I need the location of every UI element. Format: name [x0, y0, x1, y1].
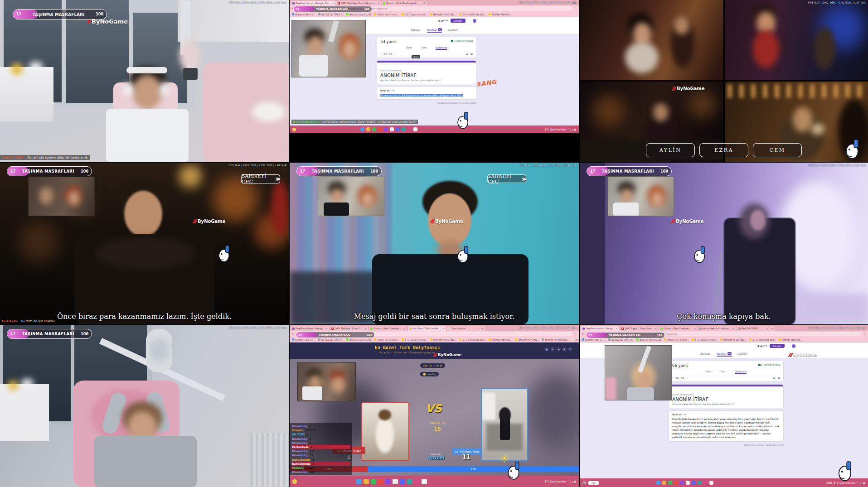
tab-close-icon[interactable]: × — [482, 327, 484, 330]
browser-tab[interactable]: Başlıksız form - Google Formlar × — [291, 326, 329, 331]
bookmark-item[interactable]: 2+1 ASMOLEN NET... — [749, 338, 776, 341]
bookmark-item[interactable]: Keşfim Krala 1+... — [582, 338, 606, 341]
delete-icon[interactable]: ▦ — [778, 376, 780, 379]
new-tab-button[interactable]: ＋ — [475, 326, 479, 331]
taskbar-app-icon[interactable] — [686, 481, 690, 485]
browser-tab[interactable]: RALON DAİRE... × — [737, 326, 775, 331]
tab-close-icon[interactable]: × — [694, 327, 696, 330]
choice-button[interactable]: CEM — [753, 143, 802, 157]
prev-response-icon[interactable]: ‹ — [672, 376, 673, 379]
taskbar-app-icon[interactable] — [371, 479, 376, 484]
next-response-icon[interactable]: › — [687, 376, 688, 379]
bookmark-item[interactable]: BAY kıy oluyor|LIVE — [636, 338, 661, 341]
taskbar-app-icon[interactable] — [396, 127, 400, 131]
taskbar-app-icon[interactable] — [356, 479, 362, 484]
contestant-image-right[interactable] — [481, 388, 528, 461]
bookmark-item[interactable]: ÜMRANİYE'DE ÜNL... — [430, 13, 456, 16]
tab-sorular[interactable]: Sorular — [411, 28, 421, 33]
more-menu-icon[interactable]: ⋮ — [468, 19, 471, 23]
new-tab-button[interactable]: ＋ — [423, 1, 426, 5]
system-tray[interactable]: ^ ▢ ◉ — [567, 480, 576, 483]
bookmark-item[interactable]: Keşfim Krala 1+... — [292, 338, 315, 341]
print-icon[interactable]: ▤ — [773, 376, 776, 379]
tab-yanitlar[interactable]: Yanıtlar66 — [717, 352, 732, 357]
back-icon[interactable]: ← — [582, 332, 584, 336]
taskbar-app-icon[interactable] — [364, 479, 369, 484]
browser-tab[interactable]: ▶ ÇATI Mobilya: Enes Sandman (!... × — [336, 1, 381, 5]
bookmark-item[interactable]: BAY kıy oluyor|LIVE — [346, 338, 371, 341]
taskbar-app-icon[interactable] — [668, 481, 672, 485]
taskbar-app-icon[interactable] — [366, 127, 370, 131]
taskbar-app-icon[interactable] — [662, 481, 666, 485]
bookmark-item[interactable]: 1+1 Eşyalı_Annek... — [402, 13, 427, 16]
tab-close-icon[interactable]: × — [772, 327, 774, 330]
choice-button[interactable]: AYLİN — [646, 143, 695, 157]
subtab-soru[interactable]: Soru — [721, 370, 727, 374]
tab-close-icon[interactable]: × — [378, 2, 379, 5]
language-indicator[interactable]: ENG — [826, 481, 832, 484]
bookmark-item[interactable]: AMOS ilan 5 num... — [374, 13, 399, 16]
taskbar-app-icon[interactable] — [372, 127, 376, 131]
tab-close-icon[interactable]: × — [655, 327, 657, 330]
menu-icon[interactable]: ⋮ — [574, 332, 577, 336]
taskbar-app-icon[interactable] — [414, 479, 420, 484]
bookmark-item[interactable]: 1+1 Eşyalı_Annek... — [402, 338, 427, 341]
bookmark-item[interactable]: ÜMRANİYE AVAN... — [515, 338, 539, 341]
weather-icon[interactable] — [292, 479, 297, 484]
browser-tab[interactable]: Yeni sekme × — [447, 326, 485, 331]
back-icon[interactable]: ← — [292, 332, 294, 336]
menu-icon[interactable]: ⋮ — [863, 332, 866, 336]
subtab-bagimsiz[interactable]: Bağımsız — [735, 370, 747, 374]
bookmark-item[interactable]: Keşfim Krala 1+... — [292, 13, 315, 16]
taskbar-app-icon[interactable] — [385, 479, 391, 484]
bookmark-item[interactable]: 1+1 Eşyalı_Annek... — [692, 338, 718, 341]
taskbar-app-icon[interactable] — [400, 479, 405, 484]
weather-text[interactable]: 5°C Çok bulutlu — [544, 128, 566, 131]
taskbar-search[interactable]: Ara — [588, 481, 599, 485]
print-icon[interactable]: ▤ — [466, 53, 468, 55]
browser-tab[interactable]: kadın dakt bir kelime ağlıyor... × — [698, 326, 736, 331]
subtab-bagimsiz[interactable]: Bağımsız — [436, 46, 447, 50]
menu-icon[interactable]: ⋮ — [574, 7, 577, 10]
taskbar-app-icon[interactable] — [378, 127, 382, 131]
link-to-sheets[interactable]: E-Tablolar'a bağla — [758, 364, 781, 366]
bookmark-item[interactable]: ÜMRANİYE'DE ÜNL... — [720, 338, 747, 341]
form-header-icon[interactable]: ↷ — [765, 344, 767, 348]
avatar[interactable] — [792, 344, 795, 348]
tab-close-icon[interactable]: × — [326, 327, 328, 330]
send-button[interactable]: Gönder — [770, 344, 784, 348]
tab-sorular[interactable]: Sorular — [700, 352, 710, 357]
taskbar-app-icon[interactable] — [407, 127, 412, 131]
bookmark-item[interactable]: BAY kıy oluyor|LIVE — [346, 13, 371, 16]
browser-tab[interactable]: Green - Kick Dashboard × — [659, 326, 697, 331]
taskbar-app-icon[interactable] — [407, 479, 412, 484]
taskbar-app-icon[interactable] — [360, 127, 364, 131]
delete-icon[interactable]: ▦ — [470, 53, 473, 55]
bookmark-item[interactable]: 2+1 ASMOLEN NET... — [459, 13, 486, 16]
contestant-image-left[interactable] — [361, 402, 409, 461]
bookmark-item[interactable]: (N-ÜS232) TÜRK Y... — [318, 13, 344, 16]
bookmark-item[interactable]: 2+1 ASMOLEN NET... — [459, 338, 486, 341]
bookmark-item[interactable]: AMOS ilan 5 num... — [374, 338, 399, 341]
more-menu-icon[interactable]: ⋮ — [787, 344, 790, 348]
browser-tab[interactable]: ▶ ÇATI Mobilya: Enes Sandman (!... × — [330, 326, 368, 331]
taskbar-app-icon[interactable] — [378, 479, 383, 484]
tab-yanitlar[interactable]: Yanıtlar53 — [427, 28, 442, 33]
taskbar-app-icon[interactable] — [413, 127, 417, 131]
tab-close-icon[interactable]: × — [404, 327, 406, 330]
bookmark-item[interactable]: (N-ÜS232) TÜRK Y... — [608, 338, 634, 341]
quiz-icon-button[interactable]: ⚑ — [562, 347, 567, 352]
subtab-soru[interactable]: Soru — [421, 46, 427, 50]
quiz-icon-button[interactable]: ➤ — [556, 347, 561, 352]
bookmark-item[interactable]: Merkez Mimarlığı/ta... — [542, 338, 569, 341]
quiz-icon-button[interactable]: ◉ — [544, 347, 549, 352]
taskbar-app-icon[interactable] — [393, 479, 398, 484]
tab-close-icon[interactable]: × — [733, 327, 735, 330]
taskbar-app-icon[interactable] — [709, 481, 713, 485]
quiz-icon-button[interactable]: ✎ — [550, 347, 555, 352]
taskbar-app-icon[interactable] — [674, 481, 678, 485]
browser-tab[interactable]: En Güzel Türk Onlyfansçı - Tier Li... × — [408, 326, 446, 331]
tab-ayarlar[interactable]: Ayarlar — [738, 352, 747, 357]
browser-tab[interactable]: ▶ ÇATI Eşyalı: Enes Sandman (!... × — [620, 326, 658, 331]
taskbar-app-icon[interactable] — [703, 481, 708, 485]
